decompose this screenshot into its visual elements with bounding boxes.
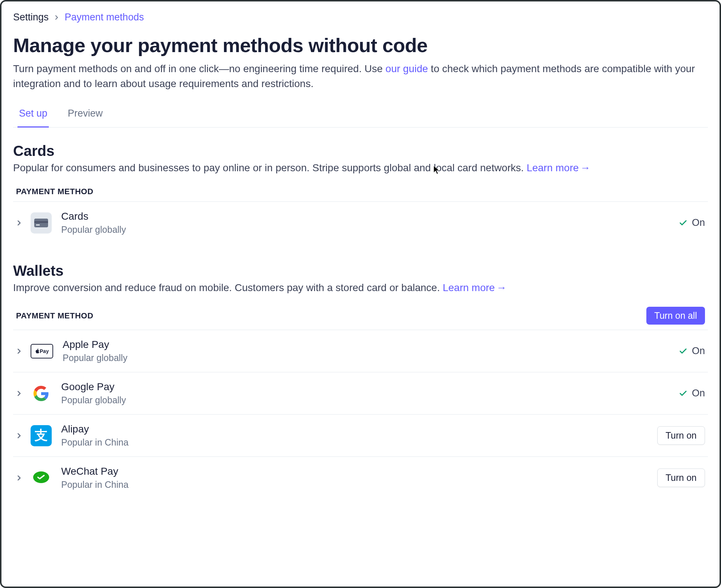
method-name: Apple Pay: [63, 339, 679, 350]
method-status: On: [679, 217, 705, 228]
section-cards: Cards Popular for consumers and business…: [13, 143, 708, 244]
method-info: WeChat Pay Popular in China: [61, 466, 657, 490]
learn-more-cards-link[interactable]: Learn more→: [527, 162, 590, 173]
learn-more-label: Learn more: [443, 282, 495, 293]
section-title-wallets: Wallets: [13, 263, 708, 279]
method-desc: Popular globally: [61, 395, 679, 405]
expand-chevron-icon[interactable]: [16, 348, 23, 354]
chevron-right-icon: [54, 15, 60, 20]
breadcrumb-parent[interactable]: Settings: [13, 12, 49, 23]
arrow-right-icon: →: [496, 282, 507, 293]
table-header-label: PAYMENT METHOD: [16, 311, 93, 321]
method-name: WeChat Pay: [61, 466, 657, 477]
method-info: Cards Popular globally: [61, 211, 679, 235]
wallets-subtitle-text: Improve conversion and reduce fraud on m…: [13, 282, 443, 293]
page-subtitle: Turn payment methods on and off in one c…: [13, 62, 708, 91]
table-header-wallets: PAYMENT METHOD Turn on all: [13, 307, 708, 330]
status-text: On: [692, 388, 705, 399]
method-status: Turn on: [657, 426, 705, 445]
learn-more-wallets-link[interactable]: Learn more→: [443, 282, 507, 293]
cards-icon: [31, 212, 52, 234]
table-header-label: PAYMENT METHOD: [16, 187, 93, 196]
expand-chevron-icon[interactable]: [16, 220, 23, 226]
check-icon: [679, 219, 687, 227]
section-title-cards: Cards: [13, 143, 708, 159]
method-info: Alipay Popular in China: [61, 423, 657, 448]
method-row-alipay: 支 Alipay Popular in China Turn on: [13, 415, 708, 457]
turn-on-button[interactable]: Turn on: [657, 469, 705, 487]
tab-preview[interactable]: Preview: [66, 108, 104, 128]
method-desc: Popular in China: [61, 479, 657, 490]
method-status: Turn on: [657, 469, 705, 487]
turn-on-all-button[interactable]: Turn on all: [646, 307, 705, 325]
method-status: On: [679, 345, 705, 357]
table-header-cards: PAYMENT METHOD: [13, 187, 708, 202]
google-pay-icon: [31, 383, 52, 404]
tab-setup[interactable]: Set up: [17, 108, 49, 128]
method-name: Google Pay: [61, 381, 679, 393]
check-icon: [679, 347, 687, 356]
method-name: Alipay: [61, 423, 657, 435]
method-desc: Popular globally: [61, 224, 679, 235]
arrow-right-icon: →: [580, 162, 590, 173]
our-guide-link[interactable]: our guide: [386, 63, 428, 74]
svg-rect-1: [34, 221, 48, 223]
cards-subtitle-text: Popular for consumers and businesses to …: [13, 162, 527, 173]
turn-on-button[interactable]: Turn on: [657, 426, 705, 445]
method-status: On: [679, 388, 705, 399]
check-icon: [679, 389, 687, 398]
apple-pay-icon: Pay: [31, 344, 53, 358]
status-text: On: [692, 345, 705, 357]
section-wallets: Wallets Improve conversion and reduce fr…: [13, 263, 708, 499]
svg-rect-2: [36, 224, 40, 226]
expand-chevron-icon[interactable]: [16, 475, 23, 481]
method-name: Cards: [61, 211, 679, 222]
learn-more-label: Learn more: [527, 162, 579, 173]
method-row-apple-pay: Pay Apple Pay Popular globally On: [13, 330, 708, 372]
method-row-google-pay: Google Pay Popular globally On: [13, 372, 708, 415]
method-info: Apple Pay Popular globally: [63, 339, 679, 363]
status-text: On: [692, 217, 705, 228]
method-desc: Popular in China: [61, 437, 657, 448]
breadcrumb: Settings Payment methods: [13, 12, 708, 23]
alipay-icon: 支: [31, 425, 52, 446]
expand-chevron-icon[interactable]: [16, 432, 23, 439]
tabs: Set up Preview: [13, 108, 708, 128]
method-row-wechat-pay: WeChat Pay Popular in China Turn on: [13, 457, 708, 499]
section-subtitle-wallets: Improve conversion and reduce fraud on m…: [13, 282, 708, 294]
method-desc: Popular globally: [63, 353, 679, 363]
expand-chevron-icon[interactable]: [16, 390, 23, 397]
breadcrumb-current[interactable]: Payment methods: [65, 12, 144, 23]
page-title: Manage your payment methods without code: [13, 34, 708, 56]
section-subtitle-cards: Popular for consumers and businesses to …: [13, 162, 708, 174]
subtitle-text-before: Turn payment methods on and off in one c…: [13, 63, 386, 74]
wechat-pay-icon: [31, 467, 52, 489]
method-row-cards: Cards Popular globally On: [13, 202, 708, 244]
method-info: Google Pay Popular globally: [61, 381, 679, 405]
